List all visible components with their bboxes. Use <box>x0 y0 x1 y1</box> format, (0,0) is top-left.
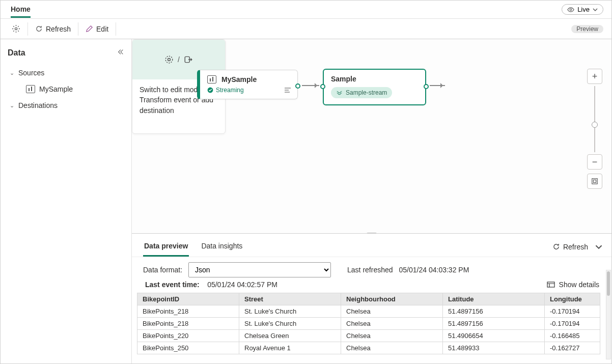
live-label: Live <box>577 6 590 13</box>
collapse-sidebar-button[interactable] <box>117 48 124 55</box>
zoom-slider[interactable] <box>594 86 595 152</box>
gear-icon <box>12 24 20 33</box>
col-neighbourhood[interactable]: Neighbourhood <box>341 293 443 305</box>
scrollbar[interactable] <box>606 270 611 359</box>
eye-icon <box>567 6 574 13</box>
table-row[interactable]: BikePoints_250Royal Avenue 1Chelsea51.48… <box>137 342 600 354</box>
preview-badge: Preview <box>571 25 603 33</box>
edit-icon <box>86 25 93 33</box>
table-row[interactable]: BikePoints_218St. Luke's ChurchChelsea51… <box>137 305 600 318</box>
port-in[interactable] <box>320 84 325 89</box>
svg-rect-6 <box>592 179 598 184</box>
source-item-label: MySample <box>39 85 73 93</box>
last-event-label: Last event time: <box>145 281 200 289</box>
connector <box>302 85 319 86</box>
col-bikepoint[interactable]: BikepointID <box>137 293 239 305</box>
live-mode-button[interactable]: Live <box>562 4 603 15</box>
panel-resize-handle[interactable] <box>367 233 377 233</box>
svg-point-4 <box>168 59 171 61</box>
zoom-thumb[interactable] <box>592 122 598 128</box>
svg-point-1 <box>15 27 17 30</box>
refresh-icon <box>552 243 560 250</box>
node-source-title: MySample <box>221 75 257 83</box>
panel-refresh-button[interactable]: Refresh <box>552 243 588 251</box>
sidebar-section-destinations[interactable]: ⌄ Destinations <box>8 97 124 114</box>
table-header-row: BikepointID Street Neighbourhood Latitud… <box>137 293 600 305</box>
details-icon <box>547 281 555 288</box>
svg-point-0 <box>570 9 572 11</box>
col-street[interactable]: Street <box>239 293 341 305</box>
node-stream-title: Sample <box>331 75 419 83</box>
port-out[interactable] <box>424 84 429 89</box>
data-format-select[interactable]: Json <box>188 262 331 277</box>
connector <box>430 85 445 86</box>
chevron-down-icon: ⌄ <box>10 70 14 76</box>
edit-label: Edit <box>96 25 108 33</box>
col-latitude[interactable]: Latitude <box>443 293 545 305</box>
svg-rect-7 <box>593 180 596 182</box>
chart-icon <box>207 75 216 83</box>
chart-icon <box>26 85 35 93</box>
divider <box>78 22 78 36</box>
table-row[interactable]: BikePoints_220Chelsea GreenChelsea51.490… <box>137 330 600 342</box>
stream-icon <box>336 90 343 96</box>
stream-chip[interactable]: Sample-stream <box>331 87 392 98</box>
sidebar: Data ⌄ Sources MySample ⌄ Destinations <box>1 39 132 363</box>
chevron-down-icon <box>593 7 598 12</box>
refresh-button[interactable]: Refresh <box>30 22 76 36</box>
scrollbar-thumb[interactable] <box>607 271 610 296</box>
last-refreshed-label: Last refreshed <box>347 266 393 274</box>
zoom-controls: + − <box>587 69 602 189</box>
last-refreshed-value: 05/01/24 04:03:32 PM <box>399 266 469 274</box>
port-out[interactable] <box>295 83 300 89</box>
sidebar-title: Data <box>8 48 124 58</box>
collapse-panel-button[interactable] <box>595 243 602 250</box>
canvas[interactable]: MySample Streaming Sample <box>132 39 611 233</box>
col-longitude[interactable]: Longitude <box>545 293 600 305</box>
transform-icon <box>164 55 174 64</box>
check-circle-icon <box>207 87 213 93</box>
zoom-fit-button[interactable] <box>587 174 602 189</box>
svg-rect-8 <box>547 282 554 287</box>
slash-text: / <box>178 55 180 64</box>
tab-data-insights[interactable]: Data insights <box>200 237 243 257</box>
table-row[interactable]: BikePoints_218St. Luke's ChurchChelsea51… <box>137 318 600 330</box>
bottom-panel: Data preview Data insights Refresh Data … <box>132 233 611 363</box>
node-stream-sample[interactable]: Sample Sample-stream <box>323 69 426 105</box>
sidebar-item-mysample[interactable]: MySample <box>8 81 124 97</box>
show-details-button[interactable]: Show details <box>547 281 599 289</box>
sources-label: Sources <box>18 69 44 77</box>
fit-icon <box>591 178 598 185</box>
output-icon <box>184 55 193 64</box>
node-source-mysample[interactable]: MySample Streaming <box>197 70 298 99</box>
tab-home[interactable]: Home <box>11 1 31 18</box>
preview-table: BikepointID Street Neighbourhood Latitud… <box>137 293 600 354</box>
settings-button[interactable] <box>7 21 25 36</box>
divider <box>116 22 116 36</box>
svg-point-3 <box>165 56 173 63</box>
streaming-status: Streaming <box>207 87 244 94</box>
edit-button[interactable]: Edit <box>80 22 114 36</box>
tab-data-preview[interactable]: Data preview <box>143 237 189 257</box>
sidebar-section-sources[interactable]: ⌄ Sources <box>8 65 124 81</box>
refresh-icon <box>35 25 43 33</box>
data-format-label: Data format: <box>143 266 182 274</box>
refresh-label: Refresh <box>46 25 71 33</box>
destinations-label: Destinations <box>18 101 58 109</box>
zoom-in-button[interactable]: + <box>587 69 602 84</box>
menu-icon[interactable] <box>284 87 291 93</box>
divider <box>27 22 28 36</box>
last-event-value: 05/01/24 04:02:57 PM <box>207 281 277 289</box>
zoom-out-button[interactable]: − <box>587 154 602 170</box>
chevron-down-icon: ⌄ <box>10 102 14 109</box>
chevron-double-left-icon <box>117 48 124 55</box>
